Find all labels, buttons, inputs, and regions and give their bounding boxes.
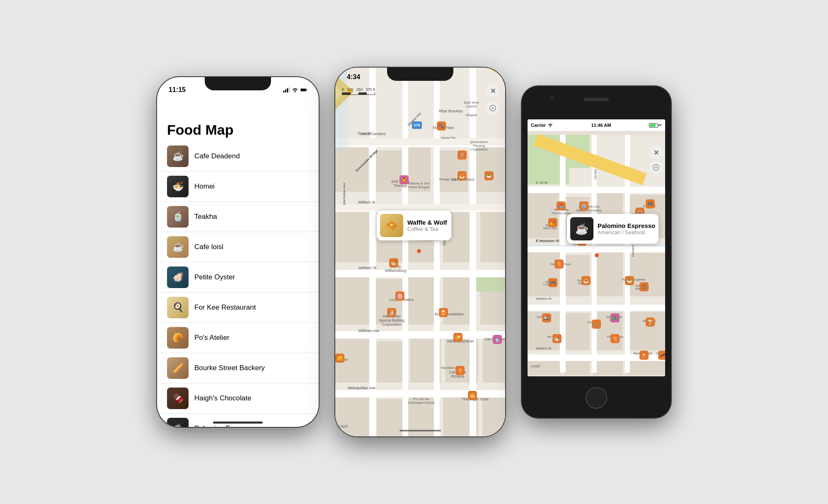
restaurant-thumb: ☕ [167,145,189,167]
label-rbar: RBar Brooklyn [439,109,463,113]
food-map-content: Food Map ☕ Cafe Deadend 🍜 Homei 🍵 Teakha… [157,97,319,427]
thumb-inner: 🥖 [167,357,189,379]
place-bubble-info: Waffle & Wolf Coffee & Tea [407,219,447,232]
street-label-houston: E Houston St [536,239,559,243]
map-close-button-2[interactable]: ✕ [486,84,499,97]
restaurant-item[interactable]: ☕ Cafe loisl [157,232,319,262]
poi-anthology: 📚 [557,201,566,211]
street-label-manhattan: Manhattan Ave [342,183,346,205]
svg-rect-42 [470,68,476,436]
svg-rect-6 [307,90,307,91]
thumb-inner: 🦪 [167,267,189,288]
svg-rect-38 [335,390,505,397]
place-bubble-palomino[interactable]: ☕ Palomino Espresso American / Seafood [567,214,659,244]
svg-rect-47 [335,204,505,211]
restaurant-thumb: 🍜 [167,176,189,197]
thumb-inner: 🥐 [167,327,189,349]
street-label-jackson: Jackson St [358,266,376,270]
restaurant-thumb: 🍵 [167,206,189,228]
scale-label-0: 0 [342,87,344,92]
poi-pizza-beach: 🍕 [610,334,620,343]
restaurant-name: For Kee Restaurant [194,303,256,312]
restaurant-item[interactable]: 🍜 Homei [157,172,319,202]
map-compass-button-3[interactable] [649,161,663,174]
restaurant-item[interactable]: 🍳 For Kee Restaurant [157,293,319,323]
thumb-inner: 🍳 [167,297,189,318]
front-camera [550,96,554,100]
battery-old [649,123,658,128]
street-label-skillman: Skillman Ave [358,329,379,333]
restaurant-thumb: 🍫 [167,388,189,409]
restaurant-name: Bourke Street Backery [194,364,265,372]
place-bubble-image-3: ☕ [570,217,593,240]
map-selected-dot [417,249,421,253]
place-bubble-name-3: Palomino Espresso [598,222,655,229]
poi-nyc: 🏛️ [579,201,588,211]
thumb-inner: 🍫 [167,388,189,409]
svg-rect-3 [289,87,290,92]
label-ps132: PS 132 theConselyea School [408,397,434,405]
compass-icon [489,104,496,112]
battery-plus: + [660,123,662,127]
svg-rect-17 [480,211,505,262]
label-bqe-wine: BQE WineLiquors [464,101,479,108]
map-canvas-2: 0 125 250 375 ft Frost St Withers St Jac… [335,68,505,436]
map-compass-button-2[interactable] [486,102,499,115]
phone-3-screen: Carrier 11:46 AM + [528,119,665,376]
place-bubble-type: Coffee & Tea [407,226,447,232]
poi-bagel: 🥯 [468,391,477,400]
scroll-indicator-2 [399,430,441,431]
restaurant-item[interactable]: 🍫 Haigh's Chocolate [157,383,319,414]
restaurant-thumb: ☕ [167,236,189,258]
restaurant-thumb: ☕ [167,418,189,427]
poi-uchu: 🍱 [542,313,551,322]
place-bubble-name: Waffle & Wolf [407,219,447,226]
thumb-inner: ☕ [167,418,189,427]
restaurant-item[interactable]: 🥐 Po's Atelier [157,323,319,353]
poi-manhattan-special: 🍶 [387,308,396,317]
svg-rect-12 [472,144,505,192]
home-button[interactable] [586,387,607,409]
wifi-icon [292,87,298,92]
poi-lucys: 🌸 [395,291,404,300]
poi-spaghetti: 🍝 [581,276,591,285]
label-queensboro: QueensboroFlooringCorporation [470,140,488,151]
poi-stanton-social: 🍹 [639,351,649,360]
phone-1: 11:15 Food Map ☕ Cafe Deadend 🍜 Homei 🍵 [157,77,319,427]
restaurant-item[interactable]: 🍵 Teakha [157,202,319,232]
status-bar-3: Carrier 11:46 AM + [528,119,665,131]
svg-rect-0 [283,91,284,92]
map-close-button-3[interactable]: ✕ [649,146,663,159]
poi-mesa: 🌮 [453,333,462,342]
restaurant-item[interactable]: 🦪 Petite Oyster [157,262,319,293]
poi-da-francesco: 🍝 [458,171,467,180]
place-bubble-waffle[interactable]: 🧇 Waffle & Wolf Coffee & Tea [377,211,451,240]
phone-1-screen: 11:15 Food Map ☕ Cafe Deadend 🍜 Homei 🍵 [157,77,319,427]
phone-3: Carrier 11:46 AM + [522,86,671,418]
home-indicator-1 [213,422,263,424]
place-bubble-info-3: Palomino Espresso American / Seafood [598,222,655,235]
battery-icon [300,87,307,92]
restaurant-item[interactable]: 🥖 Bourke Street Backery [157,353,319,383]
svg-rect-58 [528,251,561,296]
poi-sakura: 💅 [548,218,557,227]
svg-rect-63 [565,313,590,350]
label-anthony: Anthony & SonPanini Shoppe [408,182,430,189]
status-time-3: 11:46 AM [591,123,611,128]
status-icons-1 [283,87,307,92]
map-3-canvas: E Houston St E 1st St Eldridge St Orchar… [528,131,665,376]
scale-label-1: 125 [347,87,353,92]
restaurant-name: Po's Atelier [194,334,230,342]
restaurant-item[interactable]: ☕ Cafe Deadend [157,141,319,172]
scale-label-3: 375 ft [366,87,375,92]
svg-rect-13 [335,208,373,262]
street-label-1stave: 1st Ave [593,169,597,179]
restaurant-item[interactable]: ☕ Palomino Espresso [157,414,319,427]
poi-rockwood: 🎵 [639,282,649,291]
poi-mr-purple: 🍸 [646,317,655,327]
svg-rect-28 [335,395,373,436]
restaurant-name: Cafe Deadend [194,152,240,160]
svg-point-80 [655,167,657,168]
svg-rect-39 [369,68,376,436]
place-bubble-image: 🧇 [380,214,403,237]
